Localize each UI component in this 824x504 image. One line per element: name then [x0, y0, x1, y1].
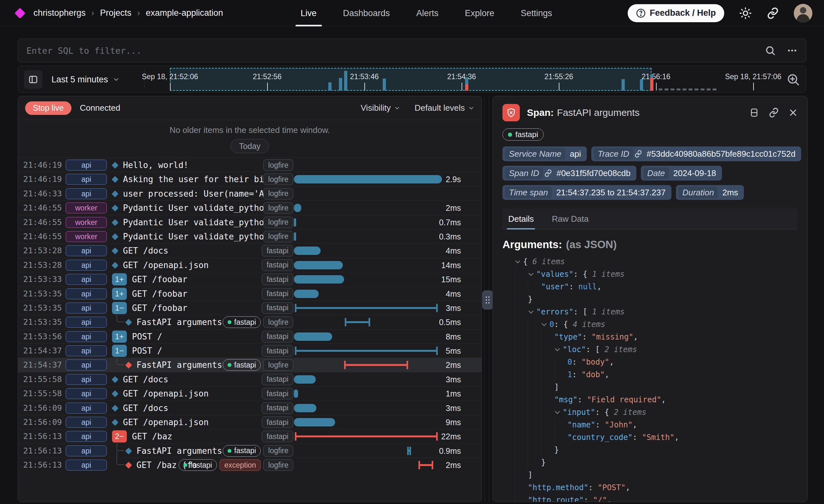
log-row[interactable]: 21:46:55workerPydantic User validate_pyt… [18, 201, 482, 215]
span-diamond-icon [112, 247, 118, 254]
chevron-down-icon [468, 105, 475, 111]
span-diamond-icon [125, 462, 132, 469]
json-tree: { 6 items"values": { 1 items"user": null… [502, 255, 798, 502]
today-button[interactable]: Today [230, 139, 270, 153]
log-row[interactable]: 21:53:35apiFastAPI argumentsfastapilogfi… [18, 315, 482, 329]
breadcrumb-item[interactable]: example-application [146, 8, 223, 18]
log-row[interactable]: 21:46:19apiHello, world!logfire [18, 158, 482, 172]
tag-fastapi: fastapi [262, 331, 293, 342]
span-duration-bar [344, 361, 408, 369]
log-row[interactable]: 21:46:33apiuser processed: User(name='An… [18, 186, 482, 201]
default-levels-dropdown[interactable]: Default levels [415, 103, 475, 113]
nested-count-badge[interactable]: 2− [112, 430, 127, 442]
tab-explore[interactable]: Explore [463, 0, 496, 26]
log-row[interactable]: 21:54:37api1−POST /fastapi5ms [18, 343, 482, 358]
json-line: "errors": [ 1 items [502, 305, 798, 318]
link-icon[interactable] [544, 169, 552, 177]
log-row[interactable]: 21:54:37apiFastAPI argumentsfastapilogfi… [18, 358, 482, 372]
nested-count-badge[interactable]: 1− [112, 345, 127, 357]
timeline-zoom-in-icon[interactable] [786, 66, 800, 93]
row-timestamp: 21:56:13 [23, 444, 62, 458]
tag-exception: exception [219, 459, 261, 471]
span-duration-text: 14ms [416, 258, 461, 272]
nested-count-badge[interactable]: 1+ [112, 273, 127, 286]
timeline-selection[interactable] [170, 68, 651, 91]
tab-dashboards[interactable]: Dashboards [342, 0, 391, 26]
row-tags: logfire [263, 202, 293, 214]
tree-connector [116, 458, 124, 465]
share-link-icon[interactable] [767, 7, 779, 19]
theme-toggle-icon[interactable] [739, 7, 752, 20]
service-badge-api: api [66, 303, 107, 313]
feedback-help-button[interactable]: Feedback / Help [628, 4, 724, 22]
timeline-histogram-bar [622, 79, 625, 91]
search-icon[interactable] [765, 45, 776, 56]
log-row[interactable]: 21:53:56api1+POST /fastapi8ms [18, 329, 482, 343]
tag-fastapi: fastapi [262, 374, 293, 385]
stop-live-button[interactable]: Stop live [25, 101, 72, 115]
breadcrumb: christophergs›Projects›example-applicati… [33, 8, 223, 18]
link-icon[interactable] [634, 150, 642, 158]
timeline-histogram-bar [383, 79, 386, 91]
detail-tab-raw-data[interactable]: Raw Data [550, 208, 590, 229]
copy-link-icon[interactable] [768, 107, 779, 118]
tree-connector [116, 315, 124, 322]
json-line: "http.route": "/", [502, 494, 798, 502]
breadcrumb-item[interactable]: christophergs [33, 8, 86, 18]
row-tags: fastapilogfire [223, 359, 293, 371]
chevron-down-icon [394, 105, 400, 111]
breadcrumb-item[interactable]: Projects [100, 8, 132, 18]
nested-count-badge[interactable]: 1+ [112, 288, 127, 300]
tag-fastapi: fastapi [262, 431, 293, 442]
tab-live[interactable]: Live [299, 0, 318, 26]
row-tags: fastapi [262, 260, 293, 271]
log-row[interactable]: 21:46:19apiAsking the user for their bir… [18, 172, 482, 186]
visibility-dropdown[interactable]: Visibility [360, 103, 400, 113]
log-row[interactable]: 21:53:28apiGET /docsfastapi4ms [18, 243, 482, 258]
span-duration-text: 2ms [416, 458, 461, 472]
log-row[interactable]: 21:56:13api2−GET /bazfastapi22ms [18, 429, 482, 443]
log-row[interactable]: 21:53:35api1+GET /foobarfastapi4ms [18, 286, 482, 301]
detail-tab-details[interactable]: Details [507, 208, 535, 229]
meta-label: Trace ID [594, 148, 633, 160]
logfire-logo-icon[interactable] [14, 8, 25, 19]
tab-settings[interactable]: Settings [519, 0, 554, 26]
log-row[interactable]: 21:46:55workerPydantic User validate_pyt… [18, 215, 482, 229]
log-row[interactable]: 21:55:58apiGET /openapi.jsonfastapi1ms [18, 386, 482, 400]
log-row[interactable]: 21:53:33api1+GET /foobarfastapi15ms [18, 272, 482, 286]
tab-alerts[interactable]: Alerts [415, 0, 440, 26]
log-row[interactable]: 21:53:35api1−GET /foobarfastapi3ms [18, 301, 482, 315]
timeline-tick-label: Sep 18, 21:52:06 [142, 73, 198, 81]
timeline-tick-mark [170, 83, 171, 90]
span-diamond-icon [112, 176, 118, 183]
more-options-icon[interactable] [787, 45, 798, 56]
nested-count-badge[interactable]: 1− [112, 302, 127, 314]
json-line: } [502, 443, 798, 456]
span-duration-text: 3ms [416, 301, 461, 315]
log-row[interactable]: 21:46:55workerPydantic User validate_pyt… [18, 229, 482, 243]
nested-count-badge[interactable]: 1+ [112, 330, 127, 343]
service-badge-api: api [66, 331, 107, 342]
time-range-dropdown[interactable]: Last 5 minutes [51, 66, 120, 93]
sidebar-toggle-icon[interactable] [24, 70, 42, 89]
log-row[interactable]: 21:56:09apiGET /openapi.jsonfastapi9ms [18, 415, 482, 429]
split-panel-icon[interactable] [749, 108, 759, 117]
span-duration-text: 0.7ms [416, 215, 461, 229]
tag-fastapi: fastapi [223, 445, 261, 457]
user-avatar[interactable] [794, 4, 812, 22]
span-diamond-icon [112, 405, 118, 412]
tag-fastapi: fastapi [223, 359, 261, 371]
timeline-tick-mark [267, 83, 268, 90]
log-row[interactable]: 21:53:28apiGET /openapi.jsonfastapi14ms [18, 258, 482, 272]
json-line: "values": { 1 items [502, 268, 798, 280]
log-row[interactable]: 21:56:13apiGET /baz (fofastapiexceptionl… [18, 458, 482, 472]
close-icon[interactable] [789, 108, 798, 117]
log-row[interactable]: 21:56:13apiFastAPI argumentsfastapilogfi… [18, 443, 482, 458]
log-row[interactable]: 21:55:58apiGET /docsfastapi3ms [18, 372, 482, 386]
panel-resize-handle[interactable] [482, 290, 493, 310]
row-tags: fastapi [262, 416, 293, 428]
sql-filter-input[interactable] [26, 46, 765, 56]
span-duration-bar [294, 261, 343, 269]
row-tags: logfire [263, 217, 293, 228]
log-row[interactable]: 21:56:09apiGET /docsfastapi3ms [18, 401, 482, 415]
